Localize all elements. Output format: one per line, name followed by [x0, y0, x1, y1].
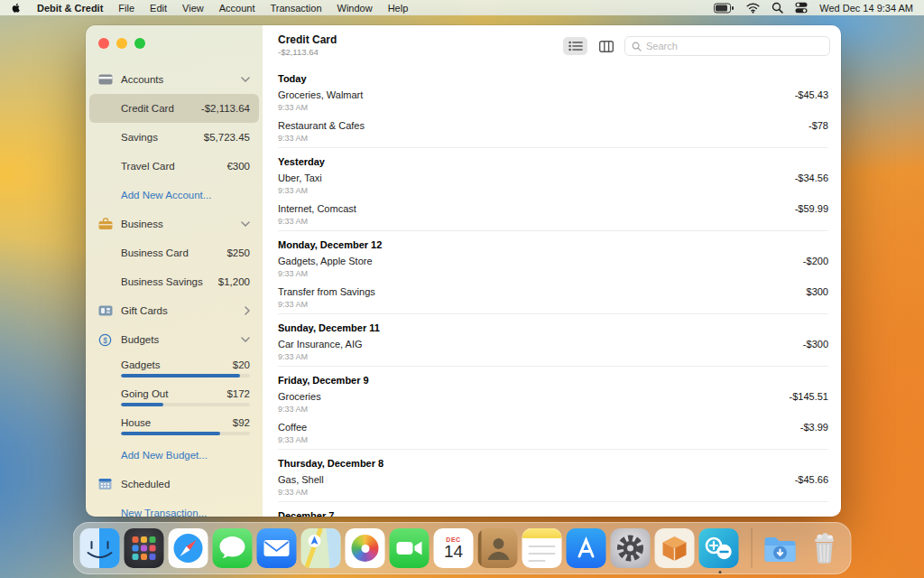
transaction-section-dec-9: Friday, December 9 Groceries 9:33 AM -$1…: [278, 367, 828, 450]
dock-maps-icon[interactable]: [301, 528, 341, 568]
dock-launchpad-icon[interactable]: [125, 528, 164, 568]
add-new-budget-link[interactable]: Add New Budget...: [86, 441, 263, 470]
search-icon: [632, 42, 642, 51]
section-header: December 7: [278, 502, 828, 517]
photos-pinwheel: [352, 535, 379, 562]
chevron-down-icon[interactable]: [241, 77, 250, 82]
transaction-time: 9:33 AM: [278, 217, 356, 227]
transaction-row[interactable]: Internet, Comcast 9:33 AM -$59.99: [278, 200, 828, 230]
menu-window[interactable]: Window: [337, 3, 373, 14]
sidebar-item-budget-gadgets[interactable]: Gadgets $20: [86, 354, 263, 383]
transaction-row[interactable]: Restaurant & Cafes 9:33 AM -$78: [278, 117, 828, 147]
dock-settings-icon[interactable]: [611, 528, 651, 568]
dock-trash-icon[interactable]: [805, 528, 845, 568]
sidebar-item-budget-going-out[interactable]: Going Out $172: [86, 383, 263, 412]
sidebar-item-business-savings[interactable]: Business Savings $1,200: [86, 267, 263, 296]
search-input[interactable]: [646, 41, 823, 51]
dock-app-store-icon[interactable]: [567, 528, 606, 568]
transaction-time: 9:33 AM: [278, 300, 375, 310]
add-new-account-link[interactable]: Add New Account...: [86, 181, 263, 210]
sidebar-group-budgets[interactable]: $ Budgets: [86, 325, 263, 354]
column-view-button[interactable]: [594, 37, 618, 55]
control-center-icon[interactable]: [795, 2, 808, 14]
transaction-amount: -$45.43: [795, 89, 828, 101]
dock-finder-icon[interactable]: [80, 528, 120, 568]
sidebar-item-travel-card[interactable]: Travel Card €300: [86, 152, 263, 181]
close-button[interactable]: [98, 38, 109, 49]
sidebar-group-business[interactable]: Business: [86, 210, 263, 238]
dock-notes-icon[interactable]: [522, 528, 562, 568]
transaction-amount: -$78: [808, 120, 828, 132]
sidebar-group-label: Gift Cards: [121, 305, 239, 316]
wifi-icon[interactable]: [746, 3, 760, 14]
menu-help[interactable]: Help: [388, 3, 409, 14]
menu-edit[interactable]: Edit: [150, 3, 167, 14]
battery-icon[interactable]: [714, 3, 735, 14]
transaction-amount: -$200: [803, 256, 828, 267]
dock-mail-icon[interactable]: [257, 528, 297, 568]
calendar-icon: [98, 477, 114, 491]
dock-contacts-icon[interactable]: [478, 528, 518, 568]
desktop: Debit & Credit File Edit View Account Tr…: [0, 0, 924, 578]
dock-debit-credit-icon[interactable]: [699, 528, 739, 568]
budget-progress-fill: [121, 403, 163, 406]
svg-text:$: $: [103, 335, 107, 344]
dock-facetime-icon[interactable]: [390, 528, 430, 568]
calendar-day: 14: [444, 543, 463, 561]
sidebar-group-gift-cards[interactable]: Gift Cards: [86, 296, 263, 325]
sidebar-item-savings[interactable]: Savings $5,723.45: [86, 123, 263, 152]
transaction-row[interactable]: Coffee 9:33 AM -$3.99: [278, 418, 828, 449]
dock-messages-icon[interactable]: [213, 528, 253, 568]
dock-downloads-icon[interactable]: [761, 528, 800, 568]
sidebar: Accounts Credit Card -$2,113.64 Savings …: [86, 25, 263, 517]
column-view-icon: [599, 41, 614, 52]
transaction-row[interactable]: Groceries, Walmart 9:33 AM -$45.43: [278, 86, 828, 117]
chevron-right-icon[interactable]: [245, 306, 250, 315]
section-header: Thursday, December 8: [278, 450, 828, 471]
chevron-down-icon[interactable]: [241, 221, 250, 227]
transaction-title: Gadgets, Apple Store: [278, 256, 373, 267]
menu-app-name[interactable]: Debit & Credit: [37, 3, 103, 14]
menu-account[interactable]: Account: [219, 3, 255, 14]
transaction-amount: -$34.56: [795, 172, 828, 184]
transaction-title: Groceries: [278, 391, 321, 403]
account-label: Business Savings: [121, 276, 213, 287]
budget-progress-track: [121, 374, 250, 378]
transaction-amount: -$59.99: [795, 203, 828, 215]
dock-photos-icon[interactable]: [346, 528, 385, 568]
credit-card-icon: [98, 72, 114, 87]
sidebar-item-business-card[interactable]: Business Card $250: [86, 238, 263, 267]
sidebar-group-accounts[interactable]: Accounts: [86, 65, 263, 94]
menu-clock[interactable]: Wed Dec 14 9:34 AM: [819, 3, 913, 14]
search-field[interactable]: [624, 36, 830, 56]
transaction-row[interactable]: Groceries 9:33 AM -$145.51: [278, 387, 828, 418]
dock-calendar-icon[interactable]: DEC 14: [434, 528, 474, 568]
transaction-row[interactable]: Gadgets, Apple Store 9:33 AM -$200: [278, 252, 828, 283]
transaction-amount: -$3.99: [800, 422, 828, 434]
main-header: Credit Card -$2,113.64: [263, 25, 841, 65]
zoom-button[interactable]: [134, 38, 145, 49]
new-transaction-link[interactable]: New Transaction...: [86, 499, 263, 517]
debit-credit-window: Accounts Credit Card -$2,113.64 Savings …: [86, 25, 841, 517]
transaction-row[interactable]: Transfer from Savings 9:33 AM $300: [278, 283, 828, 313]
chevron-down-icon[interactable]: [241, 337, 250, 342]
menu-file[interactable]: File: [118, 3, 134, 14]
transaction-row[interactable]: Car Insurance, AIG 9:33 AM -$300: [278, 335, 828, 366]
sidebar-item-scheduled[interactable]: Scheduled: [86, 470, 263, 499]
menu-transaction[interactable]: Transaction: [270, 3, 321, 14]
menu-view[interactable]: View: [182, 3, 204, 14]
transaction-row[interactable]: Uber, Taxi 9:33 AM -$34.56: [278, 169, 828, 200]
transaction-row[interactable]: Gas, Shell 9:33 AM -$45.66: [278, 471, 828, 501]
dock-safari-icon[interactable]: [169, 528, 208, 568]
dock-package-icon[interactable]: [655, 528, 695, 568]
list-view-button[interactable]: [563, 37, 587, 55]
sidebar-item-credit-card[interactable]: Credit Card -$2,113.64: [89, 94, 259, 123]
section-header: Monday, December 12: [278, 231, 828, 252]
account-label: Business Card: [121, 247, 221, 258]
apple-menu[interactable]: [11, 2, 22, 14]
sidebar-item-budget-house[interactable]: House $92: [86, 412, 263, 441]
spotlight-search-icon[interactable]: [772, 2, 783, 14]
budget-label: Gadgets: [121, 359, 233, 370]
minimize-button[interactable]: [116, 38, 127, 49]
budget-progress-fill: [121, 374, 240, 378]
